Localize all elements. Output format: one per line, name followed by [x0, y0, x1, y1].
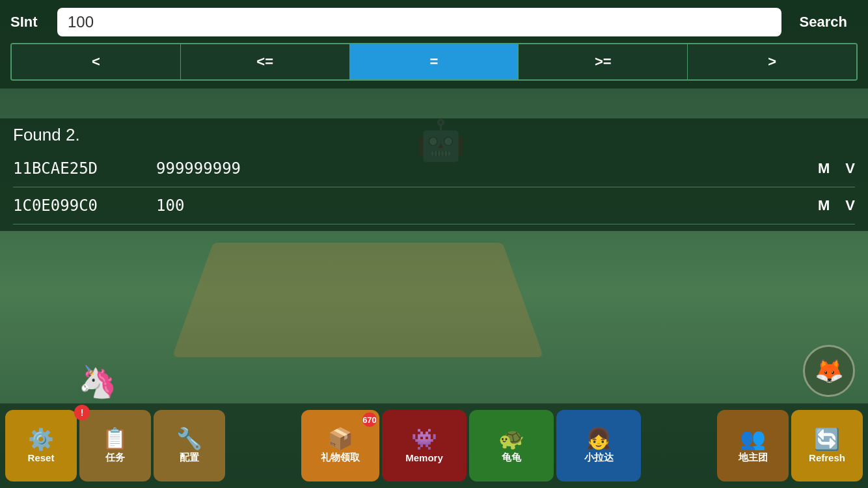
gift-icon: 📦 [327, 428, 353, 449]
turtle-button[interactable]: 🐢 龟龟 [469, 410, 554, 481]
girl-icon: 👧 [586, 428, 612, 449]
config-label: 配置 [180, 452, 199, 464]
result-value-2: 100 [156, 197, 286, 215]
found-count: Found 2. [13, 125, 855, 145]
reset-button[interactable]: ⚙️ Reset [5, 410, 77, 481]
result-actions-1: M V [818, 160, 855, 177]
type-label: SInt [10, 14, 49, 31]
results-area: Found 2. 11BCAE25D 999999999 M V 1C0E099… [0, 118, 868, 231]
reset-label: Reset [28, 452, 55, 463]
game-board [172, 243, 543, 357]
gift-label: 礼物领取 [321, 452, 360, 464]
gift-button[interactable]: 📦 礼物领取 670 [301, 410, 379, 481]
config-button[interactable]: 🔧 配置 [154, 410, 225, 481]
reset-icon: ⚙️ [28, 429, 54, 450]
search-input-wrapper [57, 8, 781, 36]
result-m-btn-2[interactable]: M [818, 197, 830, 214]
memory-button[interactable]: 👾 Memory [382, 410, 467, 481]
result-m-btn-1[interactable]: M [818, 160, 830, 177]
tasks-label: 任务 [105, 452, 125, 464]
tasks-button[interactable]: ! 📋 任务 [79, 410, 151, 481]
search-panel: SInt Search < <= = >= > [0, 0, 868, 88]
comparison-bar: < <= = >= > [10, 43, 858, 81]
memory-icon: 👾 [411, 429, 437, 450]
character-sprite-left: 🦄 [78, 364, 117, 400]
notif-badge: ! [74, 405, 90, 420]
team-button[interactable]: 👥 地主团 [717, 410, 789, 481]
girl-label: 小拉达 [584, 452, 614, 464]
cmp-eq[interactable]: = [350, 44, 519, 79]
result-value-1: 999999999 [156, 159, 286, 178]
team-icon: 👥 [740, 428, 766, 449]
refresh-icon: 🔄 [814, 429, 840, 450]
config-icon: 🔧 [176, 428, 202, 449]
team-label: 地主团 [739, 452, 768, 464]
result-v-btn-2[interactable]: V [845, 197, 855, 214]
girl-button[interactable]: 👧 小拉达 [556, 410, 641, 481]
refresh-button[interactable]: 🔄 Refresh [791, 410, 863, 481]
result-address-2: 1C0E099C0 [13, 197, 156, 215]
search-button[interactable]: Search [789, 8, 858, 36]
cmp-lt[interactable]: < [12, 44, 181, 79]
table-row: 11BCAE25D 999999999 M V [13, 150, 855, 187]
bottom-bar: ⚙️ Reset ! 📋 任务 🔧 配置 📦 礼物领取 670 👾 Memory… [0, 403, 868, 488]
cmp-gte[interactable]: >= [519, 44, 688, 79]
refresh-label: Refresh [809, 452, 845, 463]
search-input[interactable] [68, 13, 771, 31]
result-v-btn-1[interactable]: V [845, 160, 855, 177]
table-row: 1C0E099C0 100 M V [13, 187, 855, 224]
character-avatar: 🦊 [803, 345, 855, 397]
gift-badge: 670 [362, 413, 377, 427]
result-address-1: 11BCAE25D [13, 159, 156, 178]
result-actions-2: M V [818, 197, 855, 214]
turtle-icon: 🐢 [498, 428, 524, 449]
top-bar: SInt Search [10, 8, 858, 36]
tasks-icon: 📋 [102, 428, 128, 449]
cmp-lte[interactable]: <= [181, 44, 350, 79]
memory-label: Memory [405, 452, 443, 463]
cmp-gt[interactable]: > [688, 44, 856, 79]
turtle-label: 龟龟 [502, 452, 521, 464]
